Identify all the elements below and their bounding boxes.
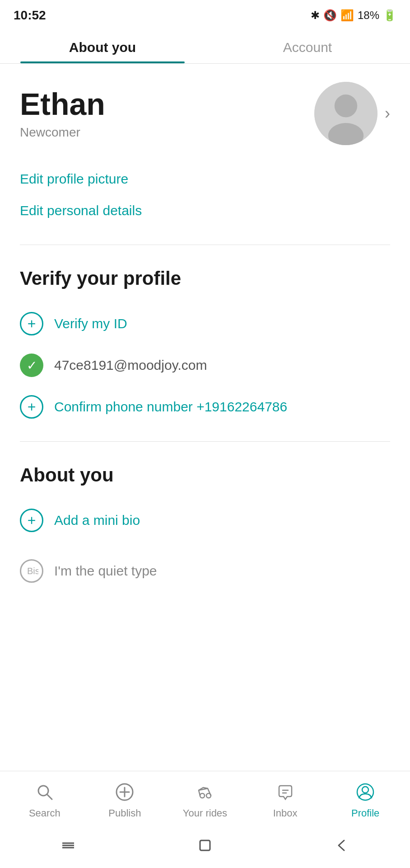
svg-text:Bis: Bis bbox=[27, 566, 38, 576]
android-home-btn[interactable] bbox=[191, 832, 219, 859]
publish-icon bbox=[113, 780, 136, 804]
svg-point-9 bbox=[200, 793, 205, 798]
wifi-icon: 📶 bbox=[340, 9, 354, 22]
bottom-nav: Search Publish bbox=[0, 771, 410, 826]
verify-id-item[interactable]: + Verify my ID bbox=[20, 303, 390, 344]
profile-section: Ethan Newcomer › bbox=[0, 64, 410, 159]
status-time: 10:52 bbox=[14, 8, 46, 23]
chevron-right-icon[interactable]: › bbox=[385, 104, 390, 123]
nav-item-inbox[interactable]: Inbox bbox=[258, 780, 312, 819]
edit-profile-picture-link[interactable]: Edit profile picture bbox=[20, 163, 390, 195]
status-bar: 10:52 ✱ 🔇 📶 18% 🔋 bbox=[0, 0, 410, 27]
profile-nav-icon bbox=[354, 780, 377, 804]
bottom-nav-wrapper: Search Publish bbox=[0, 771, 410, 868]
svg-point-14 bbox=[362, 787, 368, 793]
about-section-title: About you bbox=[20, 464, 390, 486]
about-you-section: About you + Add a mini bio bbox=[0, 446, 410, 550]
check-circle-email: ✓ bbox=[20, 354, 43, 377]
verify-section-title: Verify your profile bbox=[20, 268, 390, 289]
add-bio-label: Add a mini bio bbox=[54, 513, 140, 528]
android-nav-bar bbox=[0, 826, 410, 868]
quiet-icon-svg: Bis bbox=[25, 564, 38, 578]
verify-id-label: Verify my ID bbox=[54, 316, 127, 331]
profile-info: Ethan Newcomer bbox=[20, 87, 314, 140]
nav-search-label: Search bbox=[29, 807, 61, 819]
confirm-phone-label: Confirm phone number +19162264786 bbox=[54, 399, 287, 415]
quiet-type-label: I'm the quiet type bbox=[54, 563, 157, 579]
nav-item-profile[interactable]: Profile bbox=[338, 780, 392, 819]
svg-rect-18 bbox=[200, 840, 210, 850]
email-check-icon: ✓ bbox=[20, 354, 43, 377]
status-icons: ✱ 🔇 📶 18% 🔋 bbox=[311, 9, 396, 22]
tab-account[interactable]: Account bbox=[205, 27, 410, 63]
quiet-type-icon: Bis bbox=[20, 559, 43, 583]
nav-publish-label: Publish bbox=[108, 807, 141, 819]
edit-personal-details-link[interactable]: Edit personal details bbox=[20, 195, 390, 226]
your-rides-icon bbox=[193, 780, 217, 804]
svg-line-5 bbox=[47, 794, 52, 799]
action-links: Edit profile picture Edit personal detai… bbox=[0, 159, 410, 240]
search-icon bbox=[33, 780, 56, 804]
profile-avatar-container[interactable]: › bbox=[314, 82, 390, 145]
nav-inbox-label: Inbox bbox=[273, 807, 298, 819]
main-content: Ethan Newcomer › Edit profile picture Ed… bbox=[0, 64, 410, 868]
tab-about-you[interactable]: About you bbox=[0, 27, 205, 63]
battery-indicator: 18% bbox=[358, 9, 379, 22]
android-back-btn[interactable] bbox=[328, 832, 355, 859]
svg-point-1 bbox=[335, 94, 357, 117]
email-label: 47ce8191@moodjoy.com bbox=[54, 358, 207, 373]
tab-header: About you Account bbox=[0, 27, 410, 64]
confirm-phone-item[interactable]: + Confirm phone number +19162264786 bbox=[20, 386, 390, 428]
confirm-phone-icon: + bbox=[20, 395, 43, 419]
android-menu-btn[interactable] bbox=[55, 832, 82, 859]
battery-icon: 🔋 bbox=[383, 9, 396, 22]
nav-profile-label: Profile bbox=[351, 807, 379, 819]
bluetooth-icon: ✱ bbox=[311, 9, 320, 22]
profile-name: Ethan bbox=[20, 87, 314, 121]
quiet-type-item[interactable]: Bis I'm the quiet type bbox=[0, 550, 410, 592]
avatar-svg bbox=[314, 82, 377, 145]
nav-item-your-rides[interactable]: Your rides bbox=[178, 780, 232, 819]
nav-your-rides-label: Your rides bbox=[183, 807, 227, 819]
mute-icon: 🔇 bbox=[323, 9, 337, 22]
add-bio-icon: + bbox=[20, 509, 43, 532]
plus-circle-verify-id: + bbox=[20, 312, 43, 335]
email-verified-item: ✓ 47ce8191@moodjoy.com bbox=[20, 344, 390, 386]
add-bio-item[interactable]: + Add a mini bio bbox=[20, 500, 390, 541]
inbox-icon bbox=[274, 780, 297, 804]
plus-circle-bio: + bbox=[20, 509, 43, 532]
avatar[interactable] bbox=[314, 82, 377, 145]
verify-profile-section: Verify your profile + Verify my ID ✓ 47c… bbox=[0, 250, 410, 437]
nav-item-search[interactable]: Search bbox=[18, 780, 72, 819]
divider-2 bbox=[20, 441, 390, 442]
plus-circle-phone: + bbox=[20, 395, 43, 419]
verify-id-icon: + bbox=[20, 312, 43, 335]
divider-1 bbox=[20, 245, 390, 245]
profile-status: Newcomer bbox=[20, 125, 314, 140]
nav-item-publish[interactable]: Publish bbox=[98, 780, 152, 819]
